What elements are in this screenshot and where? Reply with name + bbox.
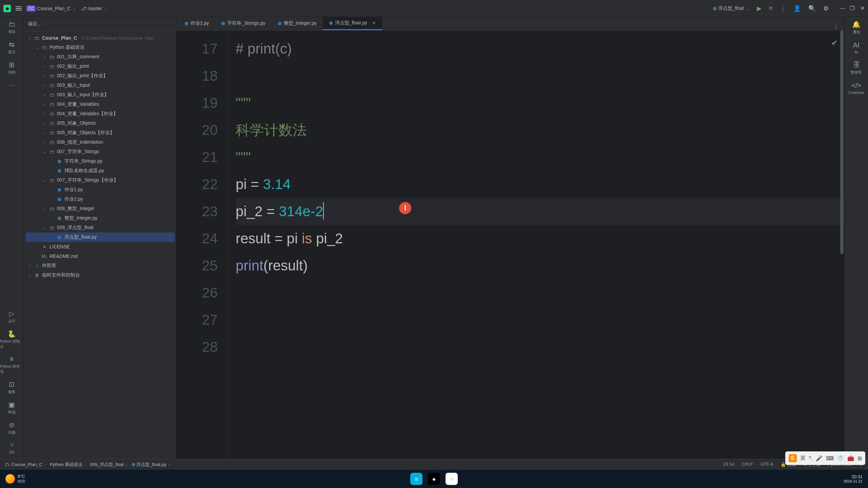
tool-notifications[interactable]: 🔔通知 xyxy=(852,20,861,35)
main-menu-button[interactable] xyxy=(16,6,22,11)
project-name: Course_Plan_C xyxy=(37,6,71,11)
tree-file[interactable]: ≡LICENSE xyxy=(26,242,175,251)
tool-project[interactable]: 🗀项目 xyxy=(8,20,16,34)
minimize-button[interactable]: — xyxy=(840,5,844,12)
tabs-more-button[interactable]: ⋮ xyxy=(828,24,844,30)
code-lines[interactable]: # print(c) """ 科学计数法 """ pi = 3.14 pi_2 … xyxy=(227,30,844,459)
tree-file[interactable]: ⬢作业2.py xyxy=(26,195,175,204)
tool-database[interactable]: 🗄数据库 xyxy=(851,61,862,75)
weather-icon xyxy=(5,474,15,484)
tool-commit[interactable]: ⇆提交 xyxy=(8,40,16,55)
breadcrumb-home-icon[interactable]: 🗀 xyxy=(5,462,9,467)
tree-folder[interactable]: ›🗀003_输入_input【作业】 xyxy=(26,90,175,100)
debug-button[interactable]: ⌗ xyxy=(769,5,772,12)
tree-file[interactable]: M↓README.md xyxy=(26,251,175,261)
ime-logo-icon: S xyxy=(789,454,797,462)
run-config-selector[interactable]: ⬢ 浮点型_float xyxy=(713,5,749,12)
code-with-me-icon[interactable]: 👤 xyxy=(793,5,801,12)
line-gutter: 171819202122232425262728 xyxy=(176,30,227,459)
tree-folder[interactable]: ⌄🗀007_字符串_Strings xyxy=(26,147,175,157)
breadcrumb-item[interactable]: Course_Plan_C xyxy=(11,462,48,467)
tab[interactable]: ⬢整型_Integer.py xyxy=(272,17,323,30)
project-selector[interactable]: CC Course_Plan_C xyxy=(26,5,76,12)
tree-file[interactable]: ⬢字符串_Strings.py xyxy=(26,157,175,166)
project-tree[interactable]: ⌄🗀Course_Plan_CD:\Codes\Projects Files\C… xyxy=(24,31,176,459)
taskbar-clock[interactable]: 20:31 2024-11-21 xyxy=(844,474,863,484)
tree-scratch[interactable]: ›🗎临时文件和控制台 xyxy=(26,270,175,280)
tool-more[interactable]: ⋯ xyxy=(8,81,15,89)
tool-services[interactable]: ⊡服务 xyxy=(8,380,16,394)
tool-terminal[interactable]: ▣终端 xyxy=(8,401,16,415)
taskbar-start-icon[interactable]: ⊞ xyxy=(410,473,422,485)
ime-toolbar[interactable]: S 英 º, 🎤 ⌨ 👕 🧰 ⊞ xyxy=(785,451,865,465)
breadcrumb-item[interactable]: Python 基础语法 xyxy=(50,462,88,468)
tree-file[interactable]: ⬢作业1.py xyxy=(26,185,175,195)
tree-ext-libs[interactable]: ›⌂外部库 xyxy=(26,261,175,270)
ime-toolbox-icon[interactable]: 🧰 xyxy=(847,455,854,462)
tool-git[interactable]: ⑂Git xyxy=(9,441,14,454)
taskbar-pycharm-icon[interactable]: ◆ xyxy=(428,473,440,485)
tool-codegee[interactable]: </>CodeGee xyxy=(848,82,864,95)
breadcrumb-item[interactable]: 009_浮点型_float xyxy=(90,462,130,468)
tree-root[interactable]: ⌄🗀Course_Plan_CD:\Codes\Projects Files\C… xyxy=(26,33,175,43)
breadcrumb-item[interactable]: ⬢ 浮点型_float.py xyxy=(132,462,172,468)
project-tree-panel: 项目 ⌄🗀Course_Plan_CD:\Codes\Projects File… xyxy=(24,17,176,459)
taskbar-center: ⊞ ◆ ◉ xyxy=(410,473,458,485)
tree-file[interactable]: ⬢球队名称生成器.py xyxy=(26,166,175,176)
run-button[interactable]: ▶ xyxy=(757,5,762,12)
tree-folder[interactable]: ›🗀004_变量_Variables【作业】 xyxy=(26,109,175,119)
taskbar-chrome-icon[interactable]: ◉ xyxy=(446,473,458,485)
settings-icon[interactable]: ⚙ xyxy=(823,5,829,12)
tool-run[interactable]: ▷运行 xyxy=(8,309,16,324)
close-tab-icon[interactable]: ✕ xyxy=(372,20,376,26)
tree-folder[interactable]: ›🗀005_对象_Objects【作业】 xyxy=(26,128,175,138)
tree-file[interactable]: ⬢整型_Integer.py xyxy=(26,214,175,223)
tab-active[interactable]: ⬢浮点型_float.py✕ xyxy=(323,17,382,30)
tool-python-console[interactable]: 🐍Python 控制台 xyxy=(0,330,23,349)
close-button[interactable]: ✕ xyxy=(860,5,865,12)
status-encoding[interactable]: UTF-8 xyxy=(761,462,773,468)
tool-python-packages[interactable]: ≡Python 软件包 xyxy=(0,355,23,374)
tab[interactable]: ⬢作业2.py xyxy=(178,17,215,30)
tree-folder[interactable]: ›🗀006_缩进_Indentation xyxy=(26,138,175,147)
tool-structure[interactable]: ⊞结构 xyxy=(8,61,16,75)
taskbar-weather[interactable]: 9°C 晴朗 xyxy=(5,474,25,484)
git-icon: ⑂ xyxy=(10,441,14,449)
maximize-button[interactable]: ❐ xyxy=(850,5,854,12)
ime-menu-icon[interactable]: ⊞ xyxy=(857,455,862,462)
windows-taskbar[interactable]: 9°C 晴朗 ⊞ ◆ ◉ 20:31 2024-11-21 xyxy=(0,470,868,488)
tool-problems[interactable]: ⊘问题 xyxy=(8,421,16,435)
tree-folder[interactable]: ›🗀005_对象_Objects xyxy=(26,119,175,128)
tree-folder[interactable]: ⌄🗀009_浮点型_float xyxy=(26,223,175,232)
tree-file-selected[interactable]: ⬢浮点型_float.py xyxy=(26,232,175,242)
vcs-branch-selector[interactable]: ⎇ master xyxy=(81,6,107,11)
ime-keyboard-icon[interactable]: ⌨ xyxy=(826,455,834,462)
tree-folder[interactable]: ›🗀002_输出_print xyxy=(26,62,175,71)
problems-icon: ⊘ xyxy=(9,421,15,429)
ime-mode[interactable]: 英 xyxy=(800,455,806,462)
tab[interactable]: ⬢字符串_Strings.py xyxy=(215,17,271,30)
tool-ai[interactable]: AIAI xyxy=(853,41,860,54)
search-everywhere-icon[interactable]: 🔍 xyxy=(808,5,816,12)
ime-skin-icon[interactable]: 👕 xyxy=(837,455,844,462)
tree-folder[interactable]: ⌄🗀Python 基础语法 xyxy=(26,43,175,52)
database-icon: 🗄 xyxy=(853,61,860,69)
branch-name: master xyxy=(87,6,102,11)
left-toolbar: 🗀项目 ⇆提交 ⊞结构 ⋯ ▷运行 🐍Python 控制台 ≡Python 软件… xyxy=(0,17,24,459)
code-editor[interactable]: ✔ 171819202122232425262728 # print(c) ""… xyxy=(176,30,844,459)
tree-folder[interactable]: ⌄🗀007_字符串_Strings【作业】 xyxy=(26,176,175,185)
tree-folder[interactable]: ›🗀001_注释_comment xyxy=(26,52,175,62)
status-caret-pos[interactable]: 23:14 xyxy=(723,462,734,468)
tree-folder[interactable]: ›🗀002_输出_print【作业】 xyxy=(26,71,175,81)
editor-scrollbar[interactable] xyxy=(839,30,844,459)
more-actions-button[interactable]: ⋮ xyxy=(780,5,786,12)
project-tree-header[interactable]: 项目 xyxy=(24,17,176,31)
tree-folder[interactable]: ›🗀003_输入_input xyxy=(26,81,175,90)
tree-folder[interactable]: ⌄🗀008_整型_Integer xyxy=(26,204,175,214)
tree-folder[interactable]: ›🗀004_变量_Variables xyxy=(26,100,175,109)
ime-punct-icon[interactable]: º, xyxy=(809,455,812,461)
status-line-sep[interactable]: CRLF xyxy=(742,462,753,468)
run-icon: ▷ xyxy=(9,309,14,318)
ime-voice-icon[interactable]: 🎤 xyxy=(816,455,823,462)
right-toolbar: 🔔通知 AIAI 🗄数据库 </>CodeGee xyxy=(844,17,868,459)
